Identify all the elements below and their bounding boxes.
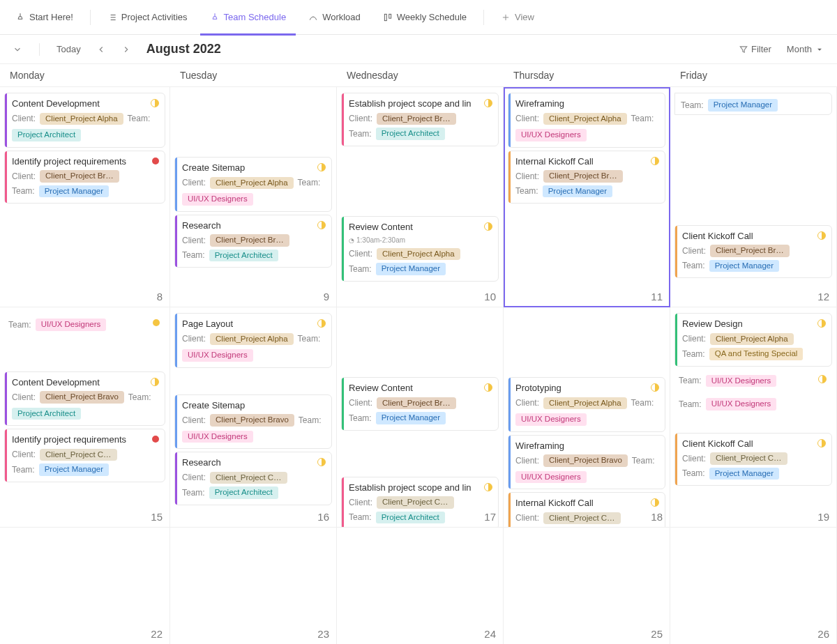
cell-thu-25[interactable]: 25 — [504, 528, 670, 644]
tab-weekly-schedule[interactable]: Weekly Schedule — [373, 0, 476, 35]
team-label: Team: — [298, 177, 321, 188]
card-review-design[interactable]: Review Design Client:Client_Project Alph… — [674, 313, 832, 367]
card-research[interactable]: Research Client:Client_Project C… Team:P… — [174, 452, 332, 505]
card-research[interactable]: Research Client:Client_Project Br… Team:… — [174, 215, 332, 268]
card-create-sitemap[interactable]: Create Sitemap Client:Client_Project Bra… — [174, 394, 332, 450]
toolbar-separator — [39, 43, 40, 56]
today-button[interactable]: Today — [54, 43, 84, 56]
team-pill: UI/UX Designers — [182, 193, 253, 206]
tab-label: Team Schedule — [224, 12, 287, 22]
cell-thu-18[interactable]: Prototyping Client:Client_Project AlphaT… — [504, 307, 670, 528]
tab-project-activities[interactable]: Project Activities — [98, 0, 197, 35]
card-fragment[interactable]: Team:UI/UX Designers — [674, 392, 832, 413]
cell-tue-16[interactable]: Page Layout Client:Client_Project AlphaT… — [170, 307, 337, 528]
dayhead-tuesday: Tuesday — [170, 64, 337, 86]
card-title: Create Sitemap — [182, 399, 326, 412]
day-number: 24 — [484, 628, 496, 640]
card-title: Review Content — [349, 382, 492, 394]
card-identify-requirements[interactable]: Identify project requirements Client:Cli… — [4, 151, 165, 204]
card-title: Internal Kickoff Call — [515, 497, 659, 509]
card-establish-scope[interactable]: Establish project scope and lin Client:C… — [341, 477, 499, 528]
team-pill: Project Manager — [709, 260, 779, 273]
team-label: Team: — [182, 487, 205, 498]
card-fragment[interactable]: Team:Project Manager — [674, 93, 832, 115]
card-title: Establish project scope and lin — [349, 482, 492, 494]
card-create-sitemap[interactable]: Create Sitemap Client:Client_Project Alp… — [174, 157, 332, 212]
tab-label: Start Here! — [29, 12, 73, 22]
cell-thu-11[interactable]: Wireframing Client:Client_Project AlphaT… — [504, 87, 670, 307]
cell-mon-22[interactable]: 22 — [0, 528, 170, 644]
team-pill: UI/UX Designers — [182, 349, 253, 362]
client-pill: Client_Project C… — [40, 449, 117, 461]
prev-period-button[interactable] — [93, 43, 109, 56]
filter-button[interactable]: Filter — [736, 43, 774, 56]
cell-fri-26[interactable]: 26 — [670, 528, 837, 644]
tab-label: Workload — [322, 12, 361, 22]
card-establish-scope[interactable]: Establish project scope and lin Client:C… — [341, 93, 499, 146]
cell-wed-10[interactable]: Establish project scope and lin Client:C… — [337, 87, 504, 307]
cell-wed-17[interactable]: Review Content Client:Client_Project Br…… — [337, 307, 504, 528]
tab-start-here[interactable]: Start Here! — [6, 0, 83, 35]
team-pill: Project Architect — [209, 486, 278, 499]
card-title: Identify project requirements — [12, 155, 159, 168]
cell-fri-19[interactable]: Review Design Client:Client_Project Alph… — [670, 307, 837, 528]
add-view-button[interactable]: View — [491, 0, 544, 35]
card-title: Internal Kickoff Call — [515, 155, 659, 168]
client-pill: Client_Project C… — [377, 496, 454, 509]
status-in-progress-icon — [651, 157, 659, 165]
client-label: Client: — [515, 171, 539, 182]
card-title: Wireframing — [515, 440, 659, 452]
status-in-progress-icon — [151, 378, 159, 386]
status-in-progress-icon — [651, 383, 659, 392]
card-internal-kickoff[interactable]: Internal Kickoff Call Client:Client_Proj… — [508, 151, 665, 204]
cell-mon-8[interactable]: Content Development Client:Client_Projec… — [0, 87, 170, 307]
card-identify-requirements[interactable]: Identify project requirements Client:Cli… — [4, 429, 165, 482]
card-fragment[interactable]: Team:UI/UX Designers — [674, 369, 832, 390]
client-label: Client: — [12, 392, 36, 403]
card-prototyping[interactable]: Prototyping Client:Client_Project AlphaT… — [508, 377, 665, 432]
card-time: 1:30am-2:30am — [349, 236, 492, 245]
day-number: 23 — [317, 628, 329, 640]
team-pill: Project Manager — [376, 412, 446, 424]
card-content-development[interactable]: Content Development Client:Client_Projec… — [4, 93, 165, 148]
card-review-content[interactable]: Review Content Client:Client_Project Br…… — [341, 377, 499, 431]
day-number: 12 — [817, 291, 829, 302]
tab-team-schedule[interactable]: Team Schedule — [200, 0, 296, 35]
client-pill: Client_Project Alpha — [543, 397, 627, 410]
card-title: Content Development — [12, 98, 159, 110]
dayhead-friday: Friday — [670, 64, 837, 86]
cell-mon-15[interactable]: Team:UI/UX Designers Content Development… — [0, 307, 170, 528]
dayhead-thursday: Thursday — [504, 64, 670, 86]
card-page-layout[interactable]: Page Layout Client:Client_Project AlphaT… — [174, 313, 332, 368]
card-client-kickoff[interactable]: Client Kickoff Call Client:Client_Projec… — [674, 225, 832, 279]
team-pill: Project Manager — [708, 99, 778, 112]
client-pill: Client_Project Bravo — [210, 414, 294, 427]
card-content-development[interactable]: Content Development Client:Client_Projec… — [4, 371, 165, 427]
status-in-progress-icon — [484, 383, 492, 392]
card-fragment[interactable]: Team:UI/UX Designers — [4, 313, 165, 334]
card-wireframing[interactable]: Wireframing Client:Client_Project AlphaT… — [508, 93, 665, 148]
client-label: Client: — [682, 245, 706, 256]
team-label: Team: — [682, 348, 705, 360]
team-label: Team: — [349, 413, 372, 424]
tab-workload[interactable]: Workload — [299, 0, 370, 35]
card-title: Prototyping — [515, 382, 659, 394]
card-title: Establish project scope and lin — [349, 98, 492, 110]
team-pill: Project Manager — [39, 185, 109, 198]
card-title: Research — [182, 457, 326, 469]
team-pill: Project Manager — [376, 263, 446, 275]
status-in-progress-icon — [817, 439, 826, 447]
card-wireframing[interactable]: Wireframing Client:Client_Project BravoT… — [508, 435, 665, 490]
status-in-progress-icon — [484, 99, 492, 107]
card-client-kickoff[interactable]: Client Kickoff Call Client:Client_Projec… — [674, 433, 832, 486]
expand-toggle[interactable] — [10, 43, 25, 56]
cell-tue-9[interactable]: Create Sitemap Client:Client_Project Alp… — [170, 87, 337, 307]
range-picker[interactable]: Month — [784, 43, 827, 56]
card-review-content[interactable]: Review Content 1:30am-2:30am Client:Clie… — [341, 216, 499, 282]
cell-wed-24[interactable]: 24 — [337, 528, 504, 644]
cell-fri-12[interactable]: Team:Project Manager Client Kickoff Call… — [670, 87, 837, 307]
client-pill: Client_Project Br… — [377, 397, 456, 410]
cell-tue-23[interactable]: 23 — [170, 528, 337, 644]
card-internal-kickoff[interactable]: Internal Kickoff Call Client:Client_Proj… — [508, 492, 665, 528]
next-period-button[interactable] — [119, 43, 134, 56]
